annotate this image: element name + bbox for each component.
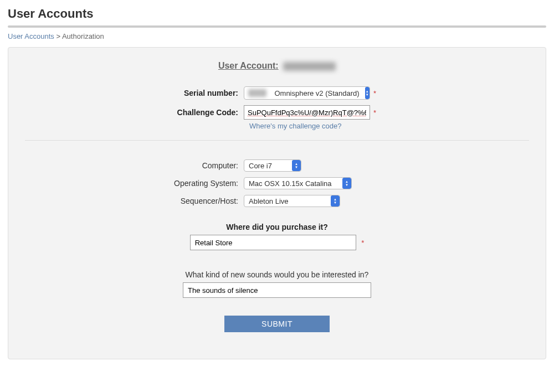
- chevron-updown-icon: [331, 195, 340, 207]
- breadcrumb-root-link[interactable]: User Accounts: [8, 32, 54, 40]
- serial-select[interactable]: Omnisphere v2 (Standard): [244, 86, 370, 100]
- breadcrumb-current: Authorization: [62, 32, 104, 40]
- required-mark: *: [373, 89, 376, 97]
- computer-row: Computer: Core i7: [25, 159, 529, 172]
- chevron-updown-icon: [342, 178, 351, 189]
- os-label: Operating System:: [25, 179, 244, 188]
- page-rule: [8, 25, 546, 28]
- submit-button[interactable]: SUBMIT: [224, 316, 330, 332]
- chevron-updown-icon: [292, 160, 301, 171]
- os-select[interactable]: Mac OSX 10.15x Catalina: [244, 177, 352, 189]
- serial-product-text: Omnisphere v2 (Standard): [270, 89, 365, 97]
- user-account-label: User Account:: [218, 61, 279, 70]
- challenge-help-row: Where's my challenge code?: [249, 122, 529, 130]
- chevron-updown-icon: [365, 87, 370, 99]
- challenge-row: Challenge Code: *: [25, 105, 529, 120]
- challenge-help-link[interactable]: Where's my challenge code?: [249, 122, 342, 130]
- computer-label: Computer:: [25, 161, 244, 170]
- sounds-question: What kind of new sounds would you be int…: [25, 270, 529, 279]
- section-separator: [25, 140, 529, 141]
- challenge-label: Challenge Code:: [25, 108, 244, 117]
- sequencer-label: Sequencer/Host:: [25, 197, 244, 205]
- sequencer-select[interactable]: Ableton Live: [244, 195, 340, 207]
- breadcrumb: User Accounts > Authorization: [0, 32, 554, 47]
- computer-select[interactable]: Core i7: [244, 159, 301, 172]
- breadcrumb-separator: >: [56, 32, 60, 40]
- serial-row: Serial number: Omnisphere v2 (Standard) …: [25, 86, 529, 100]
- challenge-code-input[interactable]: [244, 105, 370, 120]
- sounds-field: [25, 282, 529, 298]
- user-account-name-redacted: [283, 62, 336, 71]
- sounds-input[interactable]: [183, 282, 371, 298]
- purchase-question: Where did you purchase it?: [25, 223, 529, 231]
- serial-number-redacted: [248, 89, 266, 97]
- submit-row: SUBMIT: [25, 316, 529, 332]
- sequencer-row: Sequencer/Host: Ableton Live: [25, 195, 529, 207]
- user-account-heading: User Account:: [25, 61, 529, 71]
- serial-label: Serial number:: [25, 89, 244, 97]
- authorization-panel: User Account: Serial number: Omnisphere …: [8, 47, 546, 359]
- os-row: Operating System: Mac OSX 10.15x Catalin…: [25, 177, 529, 189]
- page-title: User Accounts: [0, 0, 554, 25]
- required-mark: *: [361, 239, 364, 247]
- required-mark: *: [373, 109, 376, 117]
- purchase-input[interactable]: [190, 235, 356, 250]
- computer-value: Core i7: [244, 162, 278, 170]
- sequencer-value: Ableton Live: [244, 197, 294, 205]
- purchase-field: *: [25, 235, 529, 250]
- os-value: Mac OSX 10.15x Catalina: [244, 179, 337, 188]
